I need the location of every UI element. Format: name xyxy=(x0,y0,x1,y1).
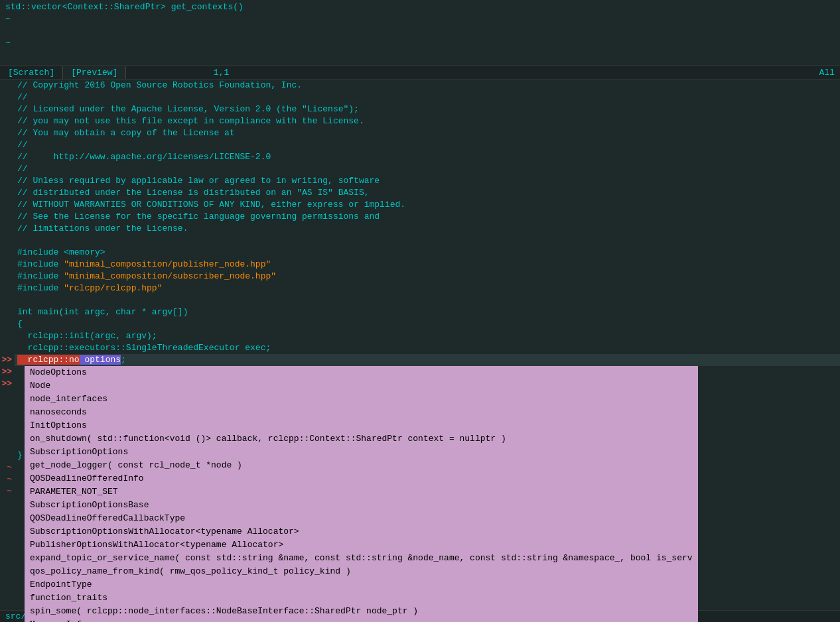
code-line-23: rclcpp::executors::SingleThreadedExecuto… xyxy=(0,342,840,354)
code-line-11: // WITHOUT WARRANTIES OR CONDITIONS OF A… xyxy=(0,199,840,211)
tab-preview-label: [Preview] xyxy=(71,68,117,78)
gutter-t2: ~ xyxy=(0,473,15,485)
content-4: // you may not use this file except in c… xyxy=(15,115,364,127)
pre-tab-line-4: ~ xyxy=(5,37,835,49)
position-suffix-text: All xyxy=(819,68,835,78)
code-line-24: >> rclcpp::no options; xyxy=(0,354,840,366)
ac-item-7[interactable]: get_node_logger( const rcl_node_t *node … xyxy=(25,459,698,472)
content-12: // See the License for the specific lang… xyxy=(15,211,380,223)
code-line-5: // You may obtain a copy of the License … xyxy=(0,127,840,139)
pre-tab-line-1: std::vector<Context::SharedPtr> get_cont… xyxy=(5,1,835,13)
content-15: #include <memory> xyxy=(15,247,105,259)
code-line-3: // Licensed under the Apache License, Ve… xyxy=(0,103,840,115)
code-line-13: // limitations under the License. xyxy=(0,223,840,235)
content-8: // xyxy=(15,163,28,175)
content-16: #include "minimal_composition/publisher_… xyxy=(15,259,271,271)
content-2: // xyxy=(15,92,28,103)
gutter-26: >> xyxy=(0,378,15,390)
code-line-10: // distributed under the License is dist… xyxy=(0,187,840,199)
content-21: { xyxy=(15,318,23,330)
ac-item-2[interactable]: node_interfaces xyxy=(25,393,698,406)
ac-item-16[interactable]: EndpointType xyxy=(25,578,698,591)
pre-tab-line-2: ~ xyxy=(5,13,835,25)
content-1: // Copyright 2016 Open Source Robotics F… xyxy=(15,80,302,92)
code-line-22: rclcpp::init(argc, argv); xyxy=(0,330,840,342)
autocomplete-dropdown[interactable]: NodeOptions Node node_interfaces nanosec… xyxy=(25,366,698,622)
code-line-14 xyxy=(0,235,840,247)
tab-bar: [Scratch] [Preview] 1,1 All xyxy=(0,65,840,80)
code-line-17: #include "minimal_composition/subscriber… xyxy=(0,271,840,282)
content-11: // WITHOUT WARRANTIES OR CONDITIONS OF A… xyxy=(15,199,405,211)
content-24: rclcpp::no options; xyxy=(15,354,126,366)
ac-item-13[interactable]: PublisherOptionsWithAllocator<typename A… xyxy=(25,538,698,552)
content-14 xyxy=(15,235,23,247)
code-line-1: // Copyright 2016 Open Source Robotics F… xyxy=(0,80,840,92)
code-line-20: int main(int argc, char * argv[]) xyxy=(0,306,840,318)
ac-item-17[interactable]: function_traits xyxy=(25,591,698,605)
ac-item-1[interactable]: Node xyxy=(25,379,698,393)
ac-item-19[interactable]: MessageInfo xyxy=(25,618,698,622)
content-9: // Unless required by applicable law or … xyxy=(15,175,380,187)
content-20: int main(int argc, char * argv[]) xyxy=(15,306,188,318)
gutter-24: >> xyxy=(0,354,15,366)
ac-item-9[interactable]: PARAMETER_NOT_SET xyxy=(25,485,698,499)
content-6: // xyxy=(15,139,28,151)
code-line-2: // xyxy=(0,92,840,103)
ac-item-14[interactable]: expand_topic_or_service_name( const std:… xyxy=(25,552,698,565)
content-7: // http://www.apache.org/licenses/LICENS… xyxy=(15,151,271,163)
tab-scratch-label: [Scratch] xyxy=(8,68,54,78)
pre-tab-area: std::vector<Context::SharedPtr> get_cont… xyxy=(0,0,840,65)
content-32: } xyxy=(15,450,23,462)
code-line-19 xyxy=(0,294,840,306)
code-line-12: // See the License for the specific lang… xyxy=(0,211,840,223)
code-line-6: // xyxy=(0,139,840,151)
tab-preview[interactable]: [Preview] xyxy=(63,66,126,79)
content-19 xyxy=(15,294,23,306)
content-3: // Licensed under the Apache License, Ve… xyxy=(15,103,359,115)
ac-item-6[interactable]: SubscriptionOptions xyxy=(25,446,698,459)
gutter-t1: ~ xyxy=(0,462,15,473)
pre-tab-line-5 xyxy=(5,49,835,61)
code-line-9: // Unless required by applicable law or … xyxy=(0,175,840,187)
content-17: #include "minimal_composition/subscriber… xyxy=(15,271,276,282)
position-text: 1,1 xyxy=(214,68,229,78)
content-5: // You may obtain a copy of the License … xyxy=(15,127,235,139)
ac-item-18[interactable]: spin_some( rclcpp::node_interfaces::Node… xyxy=(25,605,698,618)
ac-item-3[interactable]: nanoseconds xyxy=(25,406,698,419)
content-10: // distributed under the License is dist… xyxy=(15,187,370,199)
code-line-21: { xyxy=(0,318,840,330)
ac-item-8[interactable]: QOSDeadlineOfferedInfo xyxy=(25,472,698,485)
code-line-4: // you may not use this file except in c… xyxy=(0,115,840,127)
content-18: #include "rclcpp/rclcpp.hpp" xyxy=(15,282,162,294)
pre-tab-line-3 xyxy=(5,25,835,37)
content-23: rclcpp::executors::SingleThreadedExecuto… xyxy=(15,342,271,354)
gutter-t3: ~ xyxy=(0,485,15,497)
tab-position: 1,1 All xyxy=(214,68,840,78)
content-22: rclcpp::init(argc, argv); xyxy=(15,330,157,342)
ac-item-12[interactable]: SubscriptionOptionsWithAllocator<typenam… xyxy=(25,525,698,538)
code-line-7: // http://www.apache.org/licenses/LICENS… xyxy=(0,151,840,163)
ac-item-10[interactable]: SubscriptionOptionsBase xyxy=(25,499,698,512)
code-line-18: #include "rclcpp/rclcpp.hpp" xyxy=(0,282,840,294)
code-area[interactable]: // Copyright 2016 Open Source Robotics F… xyxy=(0,80,840,622)
ac-item-11[interactable]: QOSDeadlineOfferedCallbackType xyxy=(25,512,698,525)
ac-item-5[interactable]: on_shutdown( std::function<void ()> call… xyxy=(25,432,698,446)
ac-item-0[interactable]: NodeOptions xyxy=(25,366,698,379)
code-line-16: #include "minimal_composition/publisher_… xyxy=(0,259,840,271)
editor-container: std::vector<Context::SharedPtr> get_cont… xyxy=(0,0,840,622)
ac-item-4[interactable]: InitOptions xyxy=(25,419,698,432)
code-line-8: // xyxy=(0,163,840,175)
tab-scratch[interactable]: [Scratch] xyxy=(0,66,63,79)
gutter-25: >> xyxy=(0,366,15,378)
code-line-15: #include <memory> xyxy=(0,247,840,259)
ac-item-15[interactable]: qos_policy_name_from_kind( rmw_qos_polic… xyxy=(25,565,698,578)
content-13: // limitations under the License. xyxy=(15,223,188,235)
